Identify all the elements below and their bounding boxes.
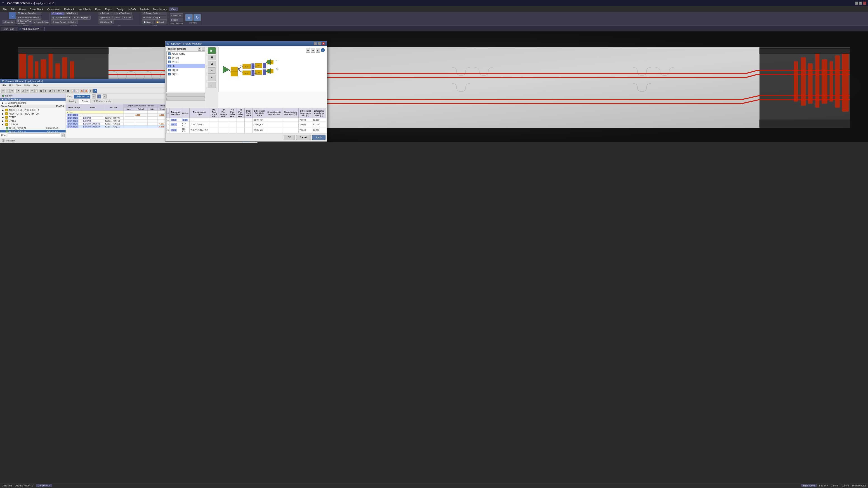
toolbar-btn-start-page[interactable]: ⌂ <box>9 12 16 19</box>
topology-item-byte0[interactable]: E BYTE0 <box>166 56 205 60</box>
topology-ok-btn[interactable]: OK <box>284 135 294 140</box>
toolbar-btn-tab-list[interactable]: ≡ Tab List ▾ <box>98 12 112 15</box>
cb-menu-help[interactable]: Help <box>32 84 39 87</box>
cb-tool-11[interactable]: ≡ <box>61 89 66 93</box>
status-grid-1[interactable]: 0.1mm <box>830 484 839 487</box>
cb-tool-help[interactable]: ? <box>93 89 97 93</box>
cb-view-select[interactable]: Selected All Filtered <box>74 95 90 98</box>
cb-menu-file[interactable]: File <box>1 84 7 87</box>
toolbar-btn-input-coord[interactable]: ⊕ Input Coordinate Dialog <box>51 20 78 24</box>
toolbar-btn-layer-settings[interactable]: ≡ Layer Settings <box>33 20 49 24</box>
cb-tool-14[interactable]: 📈 <box>75 89 79 93</box>
cb-tool-7[interactable]: ◈ <box>43 89 48 93</box>
cb-tab-skew[interactable]: Skew <box>79 99 91 104</box>
topology-dialog-minimize[interactable]: ─ <box>314 42 317 45</box>
topology-delete-btn[interactable]: – <box>202 47 205 51</box>
toolbar-btn-display-angle[interactable]: ∠ Display Angle ▾ <box>142 12 167 15</box>
cb-tool-9[interactable]: ⊕ <box>53 89 57 93</box>
topology-dialog-controls[interactable]: ─ □ ✕ <box>314 42 325 45</box>
menu-component[interactable]: Component <box>45 7 62 11</box>
menu-analysis[interactable]: Analysis <box>138 7 151 11</box>
table-row[interactable]: 1 ⊞CK ⊞CK ------- DDR4_CK 78.000 82.0 <box>166 119 326 122</box>
cb-tool-13[interactable]: 📊 <box>70 89 74 93</box>
preview-zoom-in[interactable]: + <box>306 48 310 53</box>
menu-mcad[interactable]: MCAD <box>127 7 137 11</box>
topology-sym-btn-1[interactable]: ⊟ <box>208 55 216 60</box>
cb-tool-3[interactable]: ✎ <box>25 89 29 93</box>
topology-sym-btn-2[interactable]: ⊞ <box>208 61 216 66</box>
cb-tool-8[interactable]: ⊡ <box>48 89 52 93</box>
toolbar-btn-new-tab-group[interactable]: + New Tab Group <box>113 12 131 15</box>
topology-run-btn[interactable]: ▶ <box>208 47 216 54</box>
cb-sub-ddr0-dqs0-n[interactable]: E DDR0_DQS0_N IC3(B1)-IC4(B... <box>0 126 66 130</box>
cb-tool-2[interactable]: ⊞ <box>21 89 25 93</box>
window-controls[interactable]: ─ □ ✕ <box>855 2 866 5</box>
topology-sym-btn-5[interactable]: ⌐ <box>208 82 216 88</box>
topology-template-list[interactable]: E ADDR_CTRL E BYTE0 E BYTE1 E CK <box>166 52 205 92</box>
toolbar-btn-library-searcher[interactable]: 🔍 Library Searcher <box>17 12 41 15</box>
toolbar-btn-close[interactable]: ✕ Close <box>122 15 133 20</box>
topology-apply-btn[interactable]: Apply <box>312 135 326 140</box>
preview-info-icon[interactable]: i <box>321 48 325 52</box>
cb-item-addr-ctrl-byte0-byte1[interactable]: ▶ S ADDR_CTRL_BYTE0_BYTE1 <box>0 108 66 112</box>
topology-item-addr-ctrl[interactable]: E ADDR_CTRL <box>166 52 205 56</box>
cb-item-ck-dqs[interactable]: ▾ S CK_DQS <box>0 123 66 126</box>
cb-item-addr-ctrl-proc-byte0[interactable]: ▶ S ADDR_CTRL_PROC_BYTE0 <box>0 112 66 116</box>
cb-item-byte0[interactable]: ▶ S BYTE0 <box>0 116 66 119</box>
cb-tool-12[interactable]: ▦ <box>66 89 70 93</box>
cb-tab-si[interactable]: SI Measurements <box>91 99 114 104</box>
cb-menu-utility[interactable]: Utility <box>23 84 31 87</box>
menu-padstack[interactable]: Padstack <box>62 7 76 11</box>
cb-tool-17[interactable]: ⊕ <box>89 89 93 93</box>
minimize-btn[interactable]: ─ <box>855 2 858 5</box>
menu-file[interactable]: File <box>1 7 8 11</box>
toolbar-btn-component-selector[interactable]: ◈ Component Selector <box>17 15 41 20</box>
menu-draw[interactable]: Draw <box>93 7 103 11</box>
close-btn[interactable]: ✕ <box>863 2 866 5</box>
cb-tree-components-parts[interactable]: ▶ ◈ Components/Parts <box>0 101 66 105</box>
tab-start-page[interactable]: Start Page <box>1 27 17 31</box>
cb-view-icon-2[interactable]: E <box>97 94 101 98</box>
cb-tool-6[interactable]: 🗑 <box>39 89 43 93</box>
topology-dialog-maximize[interactable]: □ <box>318 42 321 45</box>
cb-tool-15[interactable]: 📥 <box>80 89 84 93</box>
tab-close-icon[interactable]: ✕ <box>40 28 42 30</box>
cb-tool-redo[interactable]: ↪ <box>6 89 10 93</box>
toolbar-btn-tab-next[interactable]: ▷ Next <box>112 15 122 20</box>
toolbar-btn-clear-highlight[interactable]: ✕ Clear Highlight <box>72 15 91 20</box>
toolbar-btn-canvas-view[interactable]: ⊞ Canvas ViewSettings <box>16 20 32 24</box>
topology-dialog-close[interactable]: ✕ <box>322 42 325 45</box>
menu-board-block[interactable]: Board Block <box>28 7 45 11</box>
cb-signals-radio[interactable] <box>2 95 4 97</box>
cb-tool-1[interactable]: ≡ <box>16 89 20 93</box>
toolbar-btn-close-all[interactable]: ✕✕ Close All <box>98 20 114 24</box>
cb-tool-16[interactable]: 📤 <box>84 89 88 93</box>
status-grid-2[interactable]: 0.2mm <box>841 484 850 487</box>
topology-sym-btn-3[interactable]: ⌐ <box>208 67 216 74</box>
topology-down-btn[interactable]: ↓ <box>166 97 205 101</box>
toolbar-btn-mirror-display[interactable]: ⇔ Mirror Display ▾ <box>142 15 167 20</box>
cb-tab-routing[interactable]: Routing <box>66 99 79 104</box>
menu-manufacture[interactable]: Manufacture <box>151 7 168 11</box>
preview-fit[interactable]: ⊡ <box>316 48 320 53</box>
toolbar-btn-load-view[interactable]: 📂 Load ▾ <box>155 20 167 24</box>
toolbar-btn-save-view[interactable]: 💾 Save ▾ <box>142 20 154 24</box>
table-row[interactable]: 3 ⊞CK IC1-IC3 TL1+TL2+TL4+TL6 DDR4_CK 78… <box>166 127 326 133</box>
topology-sym-btn-4[interactable]: ¬ <box>208 74 216 81</box>
topology-preview-controls[interactable]: + − ⊡ i <box>306 48 325 53</box>
menu-net-route[interactable]: Net / Route <box>76 7 93 11</box>
cb-signals-tab[interactable]: Signals <box>0 94 66 98</box>
cb-tool-undo[interactable]: ↩ <box>1 89 5 93</box>
menu-edit[interactable]: Edit <box>9 7 17 11</box>
toolbar-btn-view-next[interactable]: ▷ Next <box>170 18 183 22</box>
menu-home[interactable]: Home <box>18 7 28 11</box>
tab-hspd-core[interactable]: ⬡ hspd_core.pdes* ✕ <box>17 27 45 31</box>
topology-item-ck[interactable]: E CK <box>166 64 205 68</box>
cb-view-icon-3[interactable]: ⊟ <box>103 94 107 98</box>
cb-view-icon-1[interactable]: ≡ <box>92 94 96 98</box>
topology-item-dqs0[interactable]: E DQS0 <box>166 68 205 72</box>
preview-zoom-out[interactable]: − <box>311 48 315 53</box>
toolbar-btn-properties[interactable]: ≡ Properties <box>2 20 16 24</box>
cb-tool-5[interactable]: 📋 <box>34 89 38 93</box>
cb-tool-refresh[interactable]: ↻ <box>10 89 14 93</box>
